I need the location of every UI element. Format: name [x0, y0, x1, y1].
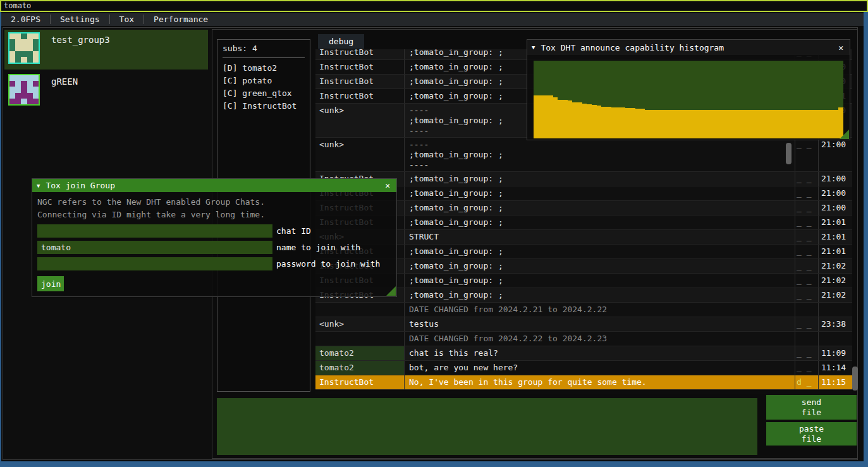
tab-debug[interactable]: debug: [318, 34, 364, 49]
message-text: chat is this real?: [404, 346, 795, 360]
histogram-bar: [795, 110, 800, 139]
join-input-name-to-join-with[interactable]: [37, 241, 272, 254]
resize-grip-icon[interactable]: [840, 130, 849, 139]
message-input[interactable]: [217, 398, 757, 455]
histogram-bar: [553, 97, 558, 138]
dht-histogram-plot: [534, 61, 843, 138]
join-field-label: password to join with: [276, 259, 380, 269]
message-cell-scrollbar[interactable]: [786, 143, 792, 164]
subs-member-tomato2[interactable]: [D] tomato2: [223, 62, 305, 75]
histogram-bar: [683, 110, 688, 139]
histogram-bar: [654, 110, 659, 139]
message-timestamp: 11:15: [818, 375, 852, 389]
close-icon[interactable]: ✕: [836, 43, 845, 52]
join-group-title: Tox join Group: [46, 181, 115, 190]
histogram-bar: [606, 107, 611, 138]
menu-item-settings[interactable]: Settings: [51, 13, 109, 26]
chat-message-row[interactable]: <unk> testus _ _ 23:38: [315, 317, 852, 332]
chat-message-row[interactable]: tomato2 bot, are you new here? _ _ 11:14: [315, 361, 852, 375]
histogram-bar: [742, 110, 747, 139]
message-receipt-marks: _ _: [795, 274, 818, 288]
menu-item-performance[interactable]: Performance: [144, 13, 217, 26]
message-receipt-marks: _ _: [795, 230, 818, 244]
join-group-window: ▼ Tox join Group ✕ NGC refers to the New…: [32, 178, 397, 297]
resize-grip-icon[interactable]: [386, 286, 396, 296]
histogram-bar: [712, 110, 718, 139]
chat-scrollbar-thumb[interactable]: [852, 367, 858, 391]
menu-item-2.0fps[interactable]: 2.0FPS: [1, 13, 50, 26]
histogram-bar: [829, 110, 834, 139]
group-name: gREEN: [51, 76, 78, 87]
join-input-password-to-join-with[interactable]: [37, 257, 272, 270]
histogram-bar: [737, 110, 742, 139]
histogram-bar: [785, 110, 790, 139]
group-list-item-test_group3[interactable]: test_group3: [4, 30, 208, 70]
message-text: DATE CHANGED from 2024.2.22 to 2024.2.23: [404, 332, 795, 346]
message-timestamp: 21:00: [818, 172, 852, 186]
date-changed-row[interactable]: DATE CHANGED from 2024.2.22 to 2024.2.23: [315, 332, 852, 346]
message-sender: <unk>: [315, 138, 404, 171]
collapse-icon[interactable]: ▼: [532, 44, 535, 51]
message-timestamp: [818, 303, 852, 317]
message-timestamp: 21:02: [818, 288, 852, 302]
histogram-bar: [814, 110, 819, 139]
message-timestamp: 21:02: [818, 274, 852, 288]
histogram-bar: [752, 110, 757, 139]
histogram-bar: [669, 110, 674, 139]
histogram-bar: [694, 110, 699, 139]
menu-item-tox[interactable]: Tox: [110, 13, 144, 26]
histogram-bar: [568, 100, 573, 138]
message-sender: tomato2: [315, 346, 404, 360]
histogram-bar: [819, 110, 824, 139]
histogram-bar: [630, 108, 635, 138]
message-timestamp: 21:02: [818, 259, 852, 273]
message-text: ;tomato_in_group: ;: [404, 186, 795, 200]
close-icon[interactable]: ✕: [383, 181, 392, 190]
chat-scrollbar[interactable]: [852, 49, 858, 394]
os-frame-bottom: [0, 461, 868, 467]
histogram-bar: [659, 110, 664, 139]
message-text: No, I've been in this group for quite so…: [404, 375, 795, 389]
subs-member-InstructBot[interactable]: [C] InstructBot: [223, 100, 305, 112]
group-list-item-gREEN[interactable]: gREEN: [4, 71, 208, 111]
chat-message-row[interactable]: <unk> ---- ;tomato_in_group: ; ---- _ _ …: [315, 138, 852, 172]
join-button[interactable]: join: [37, 276, 64, 291]
histogram-bar: [577, 102, 582, 138]
send-file-button[interactable]: send file: [766, 395, 857, 420]
histogram-bar: [708, 110, 713, 139]
histogram-bar: [771, 110, 776, 139]
message-sender: InstructBot: [315, 375, 404, 389]
message-sender: <unk>: [315, 317, 404, 331]
histogram-bar: [592, 105, 597, 138]
paste-file-button[interactable]: paste file: [766, 422, 857, 446]
collapse-icon[interactable]: ▼: [37, 183, 40, 189]
message-timestamp: 21:00: [818, 138, 852, 171]
chat-message-row[interactable]: tomato2 chat is this real? _ _ 11:09: [315, 346, 852, 361]
histogram-bar: [582, 104, 587, 138]
message-receipt-marks: d _: [795, 375, 818, 389]
histogram-bar: [548, 95, 553, 138]
message-receipt-marks: _ _: [795, 215, 818, 229]
message-text: testus: [404, 317, 795, 331]
message-timestamp: 23:38: [818, 317, 852, 331]
dht-histogram-titlebar[interactable]: ▼ Tox DHT announce capability histogram …: [527, 40, 850, 55]
app-root: tomato 2.0FPSSettingsToxPerformance test…: [0, 0, 868, 467]
join-group-titlebar[interactable]: ▼ Tox join Group ✕: [32, 179, 396, 192]
message-receipt-marks: _ _: [795, 317, 818, 331]
histogram-bar: [780, 110, 785, 139]
join-field-row: chat ID: [37, 224, 391, 238]
chat-message-row[interactable]: InstructBot No, I've been in this group …: [315, 375, 852, 390]
histogram-bar: [625, 108, 630, 138]
histogram-bar: [650, 110, 655, 139]
join-input-chat-ID[interactable]: [37, 224, 272, 238]
subs-member-green_qtox[interactable]: [C] green_qtox: [223, 87, 305, 100]
histogram-bar: [834, 110, 839, 139]
histogram-bar: [534, 95, 539, 138]
histogram-bar: [800, 110, 805, 139]
message-timestamp: 21:00: [818, 201, 852, 215]
date-changed-row[interactable]: DATE CHANGED from 2024.2.21 to 2024.2.22: [315, 303, 852, 317]
dht-histogram-title: Tox DHT announce capability histogram: [541, 43, 724, 52]
message-receipt-marks: _ _: [795, 288, 818, 302]
subs-member-potato[interactable]: [C] potato: [223, 75, 305, 87]
message-sender: InstructBot: [315, 89, 404, 103]
